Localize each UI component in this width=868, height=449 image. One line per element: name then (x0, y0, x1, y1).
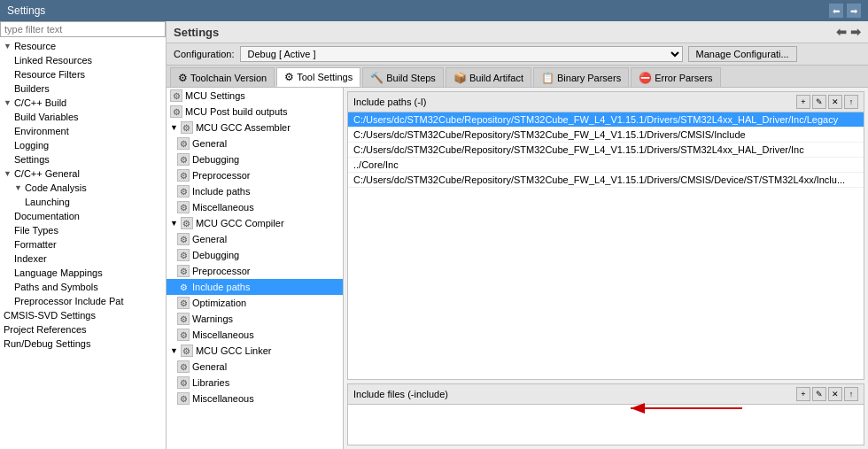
libraries-icon: ⚙ (177, 376, 190, 389)
edit-path-btn[interactable]: ✎ (812, 95, 826, 109)
tab-label: Build Artifact (469, 73, 523, 83)
stree-libraries[interactable]: ⚙ Libraries (167, 375, 343, 391)
sidebar-item-documentation[interactable]: Documentation (0, 209, 166, 223)
general-gcc-icon: ⚙ (177, 233, 190, 245)
stree-preprocessor-asm[interactable]: ⚙ Preprocessor (167, 167, 343, 183)
stree-misc-asm[interactable]: ⚙ Miscellaneous (167, 199, 343, 215)
sidebar-item-language-mappings[interactable]: Language Mappings (0, 266, 166, 280)
tab-bar: ⚙ Toolchain Version ⚙ Tool Settings 🔨 Bu… (167, 66, 868, 88)
sidebar-item-label: Indexer (14, 253, 47, 264)
sidebar-item-resource[interactable]: ▼ Resource (0, 39, 166, 53)
sidebar-filter-input[interactable] (0, 21, 166, 37)
stree-general-asm[interactable]: ⚙ General (167, 135, 343, 151)
preprocessor-asm-icon: ⚙ (177, 169, 190, 182)
sidebar-item-launching[interactable]: Launching (0, 195, 166, 209)
panel-action-buttons: + ✎ ✕ ↑ (796, 95, 858, 109)
edit-file-btn[interactable]: ✎ (812, 387, 826, 401)
tab-build-artifact[interactable]: 📦 Build Artifact (446, 67, 531, 87)
sidebar-item-label: Formatter (14, 239, 57, 250)
stree-mcu-gcc-linker[interactable]: ▼ ⚙ MCU GCC Linker (167, 343, 343, 359)
sidebar-item-label: Linked Resources (14, 55, 92, 66)
stree-mcu-post-build[interactable]: ⚙ MCU Post build outputs (167, 104, 343, 120)
export-file-btn[interactable]: ↑ (844, 387, 858, 401)
stree-label: General (192, 361, 227, 372)
sidebar-item-label: Paths and Symbols (14, 282, 98, 292)
sidebar-item-indexer[interactable]: Indexer (0, 252, 166, 266)
stree-optimization[interactable]: ⚙ Optimization (167, 295, 343, 311)
path-item[interactable]: C:/Users/dc/STM32Cube/Repository/STM32Cu… (348, 112, 864, 128)
stree-mcu-settings[interactable]: ⚙ MCU Settings (167, 88, 343, 104)
stree-label: Include paths (192, 186, 250, 197)
stree-preprocessor-gcc[interactable]: ⚙ Preprocessor (167, 263, 343, 279)
stree-label: MCU GCC Compiler (196, 218, 284, 228)
include-files-list (348, 405, 864, 445)
sidebar-item-cmsis-svd[interactable]: CMSIS-SVD Settings (0, 308, 166, 322)
delete-file-btn[interactable]: ✕ (828, 387, 842, 401)
sidebar-item-build-variables[interactable]: Build Variables (0, 110, 166, 124)
misc-linker-icon: ⚙ (177, 392, 190, 405)
tab-label: Tool Settings (297, 72, 353, 82)
export-path-btn[interactable]: ↑ (844, 95, 858, 109)
add-file-btn[interactable]: + (796, 387, 810, 401)
tab-toolchain[interactable]: ⚙ Toolchain Version (170, 67, 275, 87)
sidebar-item-code-analysis[interactable]: ▼ Code Analysis (0, 181, 166, 195)
config-select[interactable]: Debug [ Active ] (240, 46, 683, 62)
nav-forward-btn[interactable]: ➡ (847, 4, 861, 18)
general-linker-icon: ⚙ (177, 360, 190, 373)
stree-warnings[interactable]: ⚙ Warnings (167, 311, 343, 327)
sidebar-item-formatter[interactable]: Formatter (0, 237, 166, 252)
tab-error-parsers[interactable]: ⛔ Error Parsers (631, 67, 720, 87)
include-paths-list: C:/Users/dc/STM32Cube/Repository/STM32Cu… (348, 112, 864, 379)
path-item[interactable]: C:/Users/dc/STM32Cube/Repository/STM32Cu… (348, 173, 864, 188)
sidebar: ▼ Resource Linked Resources Resource Fil… (0, 21, 167, 449)
stree-misc-gcc[interactable]: ⚙ Miscellaneous (167, 327, 343, 343)
stree-misc-linker[interactable]: ⚙ Miscellaneous (167, 391, 343, 406)
main-content: ▼ Resource Linked Resources Resource Fil… (0, 21, 868, 449)
misc-gcc-icon: ⚙ (177, 329, 190, 341)
sidebar-item-paths-and-symbols[interactable]: Paths and Symbols (0, 280, 166, 294)
settings-body: ⚙ MCU Settings ⚙ MCU Post build outputs … (167, 88, 868, 449)
sidebar-item-label: Logging (14, 140, 49, 151)
stree-mcu-gcc-assembler[interactable]: ▼ ⚙ MCU GCC Assembler (167, 120, 343, 135)
manage-config-btn[interactable]: Manage Configurati... (688, 46, 797, 62)
tab-label: Error Parsers (655, 73, 712, 83)
stree-include-paths-asm[interactable]: ⚙ Include paths (167, 183, 343, 199)
sidebar-item-cpp-general[interactable]: ▼ C/C++ General (0, 166, 166, 181)
path-item[interactable]: C:/Users/dc/STM32Cube/Repository/STM32Cu… (348, 128, 864, 143)
sidebar-item-project-references[interactable]: Project References (0, 322, 166, 337)
sidebar-item-resource-filters[interactable]: Resource Filters (0, 67, 166, 81)
sidebar-item-environment[interactable]: Environment (0, 124, 166, 138)
sidebar-item-logging[interactable]: Logging (0, 138, 166, 152)
sidebar-item-label: C/C++ General (14, 168, 80, 179)
stree-debugging-gcc[interactable]: ⚙ Debugging (167, 247, 343, 263)
sidebar-item-file-types[interactable]: File Types (0, 223, 166, 237)
stree-debugging-asm[interactable]: ⚙ Debugging (167, 151, 343, 167)
tab-binary-parsers[interactable]: 📋 Binary Parsers (533, 67, 629, 87)
sidebar-item-linked-resources[interactable]: Linked Resources (0, 53, 166, 67)
sidebar-item-builders[interactable]: Builders (0, 81, 166, 96)
nav-back-btn[interactable]: ⬅ (829, 4, 843, 18)
sidebar-item-cpp-build[interactable]: ▼ C/C++ Build (0, 96, 166, 110)
gcc-assembler-icon: ⚙ (181, 121, 193, 134)
path-item[interactable]: ../Core/Inc (348, 158, 864, 173)
sidebar-item-run-debug[interactable]: Run/Debug Settings (0, 337, 166, 351)
tab-label: Binary Parsers (557, 73, 621, 83)
stree-include-paths-gcc[interactable]: ⚙ Include paths (167, 279, 343, 295)
window-title: Settings (7, 4, 45, 17)
stree-mcu-gcc-compiler[interactable]: ▼ ⚙ MCU GCC Compiler (167, 215, 343, 231)
tab-tool-settings[interactable]: ⚙ Tool Settings (276, 67, 360, 87)
sidebar-item-label: Resource Filters (14, 69, 85, 80)
stree-general-gcc[interactable]: ⚙ General (167, 231, 343, 247)
sidebar-item-settings[interactable]: Settings (0, 152, 166, 166)
delete-path-btn[interactable]: ✕ (828, 95, 842, 109)
panel-action-buttons-files: + ✎ ✕ ↑ (796, 387, 858, 401)
add-path-btn[interactable]: + (796, 95, 810, 109)
stree-general-linker[interactable]: ⚙ General (167, 359, 343, 375)
tab-build-steps[interactable]: 🔨 Build Steps (362, 67, 444, 87)
expand-arrow: ▼ (170, 219, 178, 228)
path-item[interactable]: C:/Users/dc/STM32Cube/Repository/STM32Cu… (348, 143, 864, 158)
sidebar-item-label: Builders (14, 83, 50, 94)
sidebar-item-preprocessor-include[interactable]: Preprocessor Include Pat (0, 294, 166, 308)
sidebar-item-label: File Types (14, 225, 58, 236)
sidebar-item-label: Preprocessor Include Pat (14, 296, 124, 306)
